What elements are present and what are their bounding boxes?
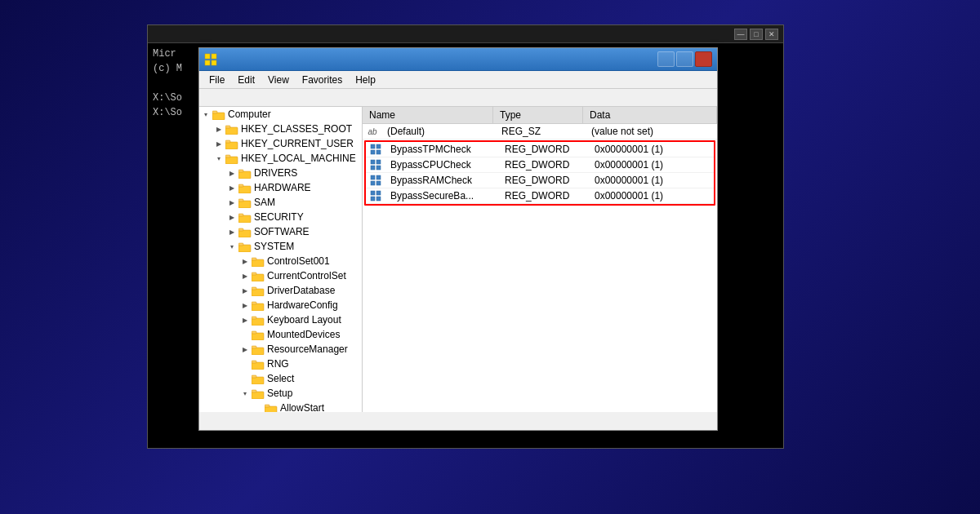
tree-label-mounteddevices: MountedDevices	[267, 329, 340, 340]
tree-label-currentcontrolset: CurrentControlSet	[267, 270, 346, 281]
tree-item-currentcontrolset[interactable]: ▶ CurrentControlSet	[199, 268, 362, 283]
value-name-bypasstpmcheck: BypassTPMCheck	[384, 142, 498, 157]
tree-label-sam: SAM	[254, 197, 275, 208]
svg-rect-7	[225, 126, 230, 128]
tree-item-controlset001[interactable]: ▶ ControlSet001	[199, 254, 362, 268]
value-type-bypassramcheck: REG_DWORD	[498, 173, 588, 188]
value-row-bypasscpucheck[interactable]: BypassCPUCheckREG_DWORD0x00000001 (1)	[366, 157, 714, 173]
svg-rect-64	[371, 175, 375, 179]
value-data-bypasssecureba: 0x00000001 (1)	[588, 188, 714, 203]
tree-item-hkey_current_user[interactable]: ▶ HKEY_CURRENT_USER	[199, 136, 362, 151]
menu-edit[interactable]: Edit	[231, 73, 261, 87]
svg-rect-39	[252, 361, 256, 363]
tree-item-software[interactable]: ▶ SOFTWARE	[199, 224, 362, 239]
tree-item-select[interactable]: Select	[199, 371, 362, 386]
svg-rect-23	[238, 243, 243, 246]
svg-rect-29	[252, 287, 256, 290]
svg-rect-45	[265, 405, 270, 407]
svg-rect-33	[252, 317, 256, 319]
svg-rect-17	[238, 199, 243, 202]
highlight-box: BypassTPMCheckREG_DWORD0x00000001 (1) By…	[364, 140, 715, 206]
reg-maximize-btn[interactable]	[676, 51, 693, 67]
folder-icon-hkey_classes_root	[225, 124, 238, 135]
tree-item-hardware[interactable]: ▶ HARDWARE	[199, 180, 362, 195]
cmd-maximize-btn[interactable]: □	[750, 29, 763, 40]
svg-rect-71	[376, 197, 381, 201]
cmd-titlebar: — □ ✕	[148, 25, 783, 43]
menu-view[interactable]: View	[261, 73, 296, 87]
svg-rect-20	[238, 230, 251, 237]
tree-item-hardwareconfig[interactable]: ▶ HardwareConfig	[199, 298, 362, 312]
folder-icon-keyboard_layout	[252, 315, 265, 326]
reg-close-btn[interactable]	[695, 51, 712, 67]
tree-label-hkey_current_user: HKEY_CURRENT_USER	[241, 138, 354, 149]
tree-label-keyboard_layout: Keyboard Layout	[267, 314, 341, 326]
reg-menubar: File Edit View Favorites Help	[199, 71, 717, 89]
tree-arrow-driverdatabase: ▶	[238, 284, 252, 297]
value-data-bypasstpmcheck: 0x00000001 (1)	[588, 142, 714, 157]
svg-rect-5	[212, 111, 217, 113]
svg-rect-40	[252, 377, 264, 384]
folder-icon-sam	[238, 197, 252, 208]
svg-rect-19	[238, 214, 243, 216]
tree-label-resourcemanager: ResourceManager	[267, 343, 348, 355]
tree-item-resourcemanager[interactable]: ▶ ResourceManager	[199, 342, 362, 357]
svg-rect-14	[238, 186, 251, 193]
tree-arrow-keyboard_layout: ▶	[238, 313, 252, 326]
tree-label-select: Select	[267, 373, 294, 384]
tree-item-driverdatabase[interactable]: ▶ DriverDatabase	[199, 283, 362, 298]
svg-rect-3	[212, 60, 216, 65]
value-type-default: REG_SZ	[495, 124, 585, 139]
tree-arrow-security: ▶	[225, 210, 238, 224]
menu-file[interactable]: File	[203, 73, 231, 87]
menu-help[interactable]: Help	[349, 73, 382, 87]
values-header: Name Type Data	[363, 107, 717, 124]
reg-tree-panel[interactable]: ▾ Computer▶ HKEY_CLASSES_ROOT▶ HKEY_CURR…	[199, 107, 363, 412]
tree-item-rng[interactable]: RNG	[199, 357, 362, 371]
svg-rect-13	[238, 170, 243, 172]
svg-rect-38	[252, 362, 264, 370]
tree-item-sam[interactable]: ▶ SAM	[199, 195, 362, 210]
menu-favorites[interactable]: Favorites	[296, 73, 349, 87]
tree-item-setup[interactable]: ▾ Setup	[199, 386, 362, 401]
value-icon-bypasssecureba	[369, 189, 382, 202]
svg-rect-61	[376, 160, 381, 164]
tree-item-drivers[interactable]: ▶ DRIVERS	[199, 166, 362, 180]
tree-item-hkey_classes_root[interactable]: ▶ HKEY_CLASSES_ROOT	[199, 122, 362, 136]
tree-item-security[interactable]: ▶ SECURITY	[199, 210, 362, 224]
tree-item-keyboard_layout[interactable]: ▶ Keyboard Layout	[199, 312, 362, 327]
tree-item-computer[interactable]: ▾ Computer	[199, 107, 362, 122]
tree-arrow-controlset001: ▶	[238, 255, 252, 268]
value-row-bypasstpmcheck[interactable]: BypassTPMCheckREG_DWORD0x00000001 (1)	[366, 142, 714, 157]
value-type-bypasscpucheck: REG_DWORD	[498, 157, 588, 172]
tree-item-hkey_local_machine[interactable]: ▾ HKEY_LOCAL_MACHINE	[199, 151, 362, 166]
cmd-close-btn[interactable]: ✕	[765, 29, 778, 40]
value-name-bypasssecureba: BypassSecureBa...	[384, 188, 498, 203]
svg-rect-26	[252, 274, 264, 281]
tree-label-hardwareconfig: HardwareConfig	[267, 299, 338, 311]
svg-rect-24	[252, 259, 264, 267]
value-row-bypassramcheck[interactable]: BypassRAMCheckREG_DWORD0x00000001 (1)	[366, 173, 714, 188]
value-row-bypasssecureba[interactable]: BypassSecureBa...REG_DWORD0x00000001 (1)	[366, 188, 714, 204]
tree-label-allowstart: AllowStart	[280, 402, 324, 412]
reg-minimize-btn[interactable]	[657, 51, 675, 67]
svg-rect-6	[225, 127, 238, 135]
tree-label-setup: Setup	[267, 388, 292, 399]
svg-rect-43	[252, 390, 256, 392]
tree-arrow-currentcontrolset: ▶	[238, 269, 252, 282]
value-type-bypasstpmcheck: REG_DWORD	[498, 142, 588, 157]
reg-window-controls	[657, 51, 712, 67]
cmd-minimize-btn[interactable]: —	[734, 29, 747, 40]
value-row-default[interactable]: ab(Default)REG_SZ(value not set)	[363, 124, 717, 140]
svg-rect-9	[225, 140, 230, 143]
tree-item-allowstart[interactable]: AllowStart	[199, 401, 362, 412]
svg-rect-1	[212, 54, 216, 59]
tree-arrow-sam: ▶	[225, 196, 238, 209]
svg-rect-69	[376, 191, 381, 195]
tree-item-mounteddevices[interactable]: MountedDevices	[199, 327, 362, 342]
tree-label-software: SOFTWARE	[254, 226, 310, 237]
cmd-window-controls: — □ ✕	[734, 29, 778, 40]
tree-item-system[interactable]: ▾ SYSTEM	[199, 239, 362, 254]
tree-label-hkey_local_machine: HKEY_LOCAL_MACHINE	[241, 153, 356, 164]
svg-rect-4	[212, 113, 225, 120]
